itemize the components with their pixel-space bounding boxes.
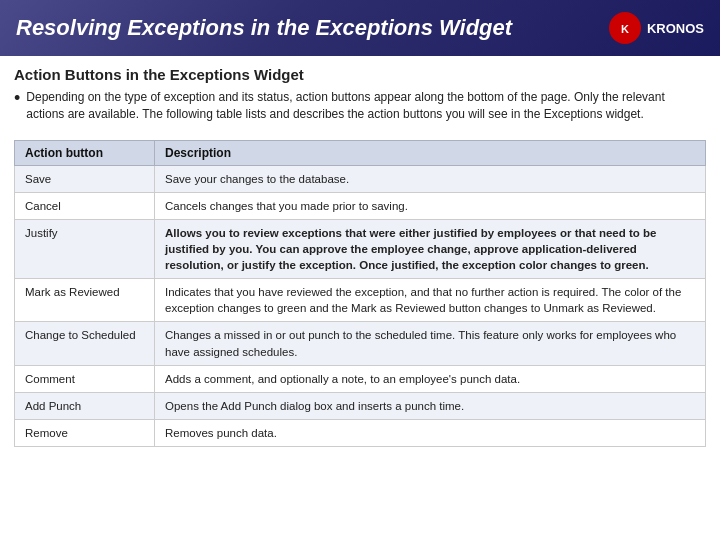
action-cell: Cancel	[15, 192, 155, 219]
table-row: CommentAdds a comment, and optionally a …	[15, 365, 706, 392]
description-cell: Save your changes to the database.	[155, 165, 706, 192]
table-row: Mark as ReviewedIndicates that you have …	[15, 279, 706, 322]
bullet-text: Depending on the type of exception and i…	[26, 89, 706, 124]
action-cell: Remove	[15, 419, 155, 446]
description-cell: Adds a comment, and optionally a note, t…	[155, 365, 706, 392]
description-cell: Opens the Add Punch dialog box and inser…	[155, 392, 706, 419]
bullet-point: • Depending on the type of exception and…	[14, 89, 706, 132]
kronos-logo: K KRONOS	[607, 10, 704, 46]
action-cell: Comment	[15, 365, 155, 392]
svg-text:K: K	[621, 23, 629, 35]
header: Resolving Exceptions in the Exceptions W…	[0, 0, 720, 56]
description-cell: Changes a missed in or out punch to the …	[155, 322, 706, 365]
table-row: Change to ScheduledChanges a missed in o…	[15, 322, 706, 365]
description-cell: Cancels changes that you made prior to s…	[155, 192, 706, 219]
table-row: JustifyAllows you to review exceptions t…	[15, 219, 706, 278]
section-title: Action Buttons in the Exceptions Widget	[14, 66, 706, 83]
table-row: Add PunchOpens the Add Punch dialog box …	[15, 392, 706, 419]
kronos-text: KRONOS	[647, 21, 704, 36]
action-cell: Change to Scheduled	[15, 322, 155, 365]
action-cell: Justify	[15, 219, 155, 278]
action-cell: Save	[15, 165, 155, 192]
description-cell: Indicates that you have reviewed the exc…	[155, 279, 706, 322]
col-action-header: Action button	[15, 140, 155, 165]
page-title: Resolving Exceptions in the Exceptions W…	[16, 15, 512, 41]
content-area: Action Buttons in the Exceptions Widget …	[0, 56, 720, 455]
action-cell: Mark as Reviewed	[15, 279, 155, 322]
col-desc-header: Description	[155, 140, 706, 165]
table-row: SaveSave your changes to the database.	[15, 165, 706, 192]
action-table: Action button Description SaveSave your …	[14, 140, 706, 447]
table-row: CancelCancels changes that you made prio…	[15, 192, 706, 219]
action-cell: Add Punch	[15, 392, 155, 419]
bullet-icon: •	[14, 89, 20, 107]
table-header-row: Action button Description	[15, 140, 706, 165]
description-cell: Allows you to review exceptions that wer…	[155, 219, 706, 278]
description-cell: Removes punch data.	[155, 419, 706, 446]
table-row: RemoveRemoves punch data.	[15, 419, 706, 446]
